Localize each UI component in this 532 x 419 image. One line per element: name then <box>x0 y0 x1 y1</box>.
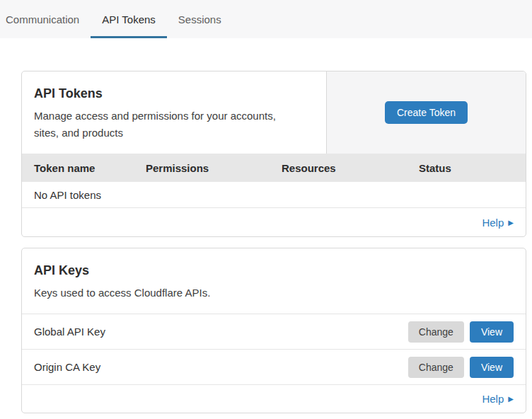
help-link-label: Help <box>482 217 504 229</box>
api-keys-card: API Keys Keys used to access Cloudflare … <box>21 248 526 413</box>
origin-ca-key-label: Origin CA Key <box>34 361 100 373</box>
api-keys-card-header: API Keys Keys used to access Cloudflare … <box>22 248 526 314</box>
api-tokens-title: API Tokens <box>34 85 314 102</box>
help-link-label: Help <box>482 393 504 405</box>
create-token-button[interactable]: Create Token <box>385 101 468 124</box>
tokens-table-header: Token name Permissions Resources Status <box>22 154 526 182</box>
column-header-status: Status <box>419 162 514 174</box>
help-arrow-icon: ▶ <box>508 395 514 403</box>
global-api-key-label: Global API Key <box>34 326 105 338</box>
api-tokens-card-footer: Help ▶ <box>22 208 526 236</box>
api-keys-card-footer: Help ▶ <box>22 385 526 413</box>
help-arrow-icon: ▶ <box>508 219 514 226</box>
api-tokens-header-text: API Tokens Manage access and permissions… <box>22 71 326 154</box>
tab-bar: Communication API Tokens Sessions <box>0 0 532 38</box>
api-tokens-help-link[interactable]: Help ▶ <box>482 217 514 229</box>
global-api-key-row: Global API Key Change View <box>22 314 526 350</box>
api-keys-description: Keys used to access Cloudflare APIs. <box>34 285 297 302</box>
api-keys-title: API Keys <box>34 262 514 279</box>
origin-ca-key-actions: Change View <box>408 357 514 378</box>
api-tokens-card: API Tokens Manage access and permissions… <box>21 71 526 237</box>
global-api-key-view-button[interactable]: View <box>470 321 514 343</box>
api-tokens-card-header: API Tokens Manage access and permissions… <box>22 71 526 154</box>
global-api-key-actions: Change View <box>408 321 514 343</box>
column-header-token-name: Token name <box>34 162 146 174</box>
tab-api-tokens[interactable]: API Tokens <box>91 0 167 38</box>
origin-ca-key-view-button[interactable]: View <box>470 357 514 378</box>
origin-ca-key-row: Origin CA Key Change View <box>22 350 526 385</box>
tab-sessions[interactable]: Sessions <box>167 0 233 38</box>
api-tokens-action-panel: Create Token <box>326 71 526 154</box>
api-keys-help-link[interactable]: Help ▶ <box>482 393 514 405</box>
column-header-resources: Resources <box>282 162 419 174</box>
global-api-key-change-button[interactable]: Change <box>408 321 464 343</box>
origin-ca-key-change-button[interactable]: Change <box>408 357 464 378</box>
tab-communication[interactable]: Communication <box>0 0 91 38</box>
column-header-permissions: Permissions <box>146 162 282 174</box>
api-tokens-description: Manage access and permissions for your a… <box>34 108 297 142</box>
tokens-empty-row: No API tokens <box>22 182 526 208</box>
